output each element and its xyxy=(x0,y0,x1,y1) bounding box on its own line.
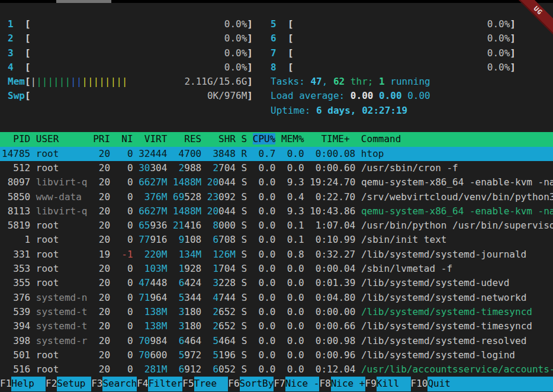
meter-bar: | xyxy=(122,76,128,87)
meter-label: 5 xyxy=(271,17,288,31)
window-top-strip xyxy=(0,0,553,3)
fnkey-f7[interactable]: F7Nice - xyxy=(274,377,319,391)
meter-value: 0.0% xyxy=(224,46,247,60)
text-segment: 228 S 0.0 0.0 0:01.39 xyxy=(218,277,361,288)
text-segment: 984 xyxy=(150,335,178,346)
text-segment: 916 xyxy=(150,234,178,245)
text-segment: -1 xyxy=(121,249,133,260)
text-segment: CPU% xyxy=(253,133,276,144)
fnkey-f10[interactable]: F10Quit xyxy=(411,377,553,391)
text-segment: 196 S 0.0 0.0 0:00.96 xyxy=(218,349,361,361)
fnkey-f8[interactable]: F8Nice + xyxy=(319,377,365,391)
meter-label: 6 xyxy=(271,31,288,46)
text-segment: 355 root 20 0 xyxy=(2,277,139,288)
function-key-bar: F1Help F2Setup F3SearchF4FilterF5Tree F6… xyxy=(0,377,553,391)
fnkey-name: F9 xyxy=(365,377,377,391)
meter-label: 8 xyxy=(271,60,288,75)
fnkey-name: F7 xyxy=(274,377,285,391)
fnkey-f9[interactable]: F9Kill xyxy=(365,377,411,391)
process-row-516[interactable]: 516 root 20 0 281M 6912 6052 S 0.0 0.0 0… xyxy=(0,362,553,377)
text-segment: 20 xyxy=(207,176,218,188)
text-segment: libvirt-q xyxy=(36,176,88,188)
meter-body: 0.0% xyxy=(31,31,247,46)
text-segment: 5 xyxy=(213,349,218,361)
text-segment: /lib/systemd/systemd-udevd xyxy=(361,277,509,288)
process-row-501[interactable]: 501 root 20 0 70600 5972 5196 S 0.0 0.0 … xyxy=(0,348,553,362)
meter-close-bracket: ] xyxy=(510,46,516,60)
text-segment: 044 S 0.0 9.3 19:24.70 xyxy=(218,176,361,188)
text-segment: /sbin/init text xyxy=(361,234,447,245)
meter-label: 1 xyxy=(8,17,25,31)
meter-bar: | xyxy=(116,76,122,87)
fnkey-f6[interactable]: F6SortBy xyxy=(228,377,274,391)
meter-bar: | xyxy=(53,76,59,87)
process-row-331[interactable]: 331 root 19 -1 220M 134M 126M S 0.0 0.8 … xyxy=(0,248,553,262)
text-segment: libvirt-q xyxy=(36,205,88,217)
cpu-meter-3: 3[0.0%] xyxy=(8,46,253,60)
text-segment: 14785 root 20 0 32444 4700 3848 R 0.7 0.… xyxy=(2,148,384,159)
process-row-539[interactable]: 539 systemd-t 20 0 138M 3180 2652 S 0.0 … xyxy=(0,305,553,319)
process-row-512[interactable]: 512 root 20 0 30304 2988 2704 S 0.0 0.0 … xyxy=(0,161,553,175)
meter-bar: | xyxy=(31,76,37,87)
meter-open-bracket: [ xyxy=(25,60,31,75)
fnkey-f3[interactable]: F3Search xyxy=(91,377,137,391)
process-row-355[interactable]: 355 root 20 0 47448 6424 3228 S 0.0 0.0 … xyxy=(0,276,553,290)
text-segment: 47 xyxy=(310,76,321,87)
process-row-5819[interactable]: 5819 root 20 0 65936 21416 8000 S 0.0 0.… xyxy=(0,219,553,233)
meter-close-bracket: ] xyxy=(510,60,516,75)
text-segment xyxy=(167,306,178,317)
text-segment: thr; xyxy=(345,76,379,87)
process-row-8113[interactable]: 8113 libvirt-q 20 0 6627M 1488M 20044 S … xyxy=(0,204,553,219)
text-segment: , xyxy=(322,76,333,87)
htop-terminal-screen: { "colors": { "background": "#1e1e1e", "… xyxy=(0,0,553,392)
debug-ribbon-text: UG xyxy=(532,5,544,17)
fnkey-f1[interactable]: F1Help xyxy=(0,377,46,391)
process-row-394[interactable]: 394 systemd-t 20 0 138M 3180 2652 S 0.0 … xyxy=(0,319,553,333)
meter-bars: ||||||||||||||||| xyxy=(31,75,128,89)
cpu-meter-7: 7[0.0%] xyxy=(271,46,516,60)
text-segment: MEM% TIME+ Command xyxy=(275,133,401,144)
text-segment: 6 xyxy=(179,335,185,346)
text-segment: /lib/systemd/systemd-networkd xyxy=(361,292,526,303)
meter-open-bracket: [ xyxy=(288,31,294,46)
text-segment: 9 xyxy=(179,234,185,245)
text-segment: running xyxy=(385,76,430,87)
text-segment: PID USER PRI NI VIRT RES SHR S xyxy=(2,133,253,144)
text-segment: /lib/systemd/systemd-journald xyxy=(361,249,526,260)
text-segment: 344 xyxy=(184,292,213,303)
meter-body: 0.0% xyxy=(294,46,510,60)
text-segment: 1488M xyxy=(173,176,201,188)
text-segment: 0.00 xyxy=(379,90,407,101)
text-segment: /usr/bin/python /usr/bin/superviso xyxy=(361,220,553,231)
text-segment: 20 xyxy=(207,205,218,217)
text-segment: 000 S 0.0 0.1 1:07.04 xyxy=(218,220,361,231)
text-segment: 464 xyxy=(184,335,213,346)
text-segment: 65 xyxy=(139,220,150,231)
fnkey-f4[interactable]: F4Filter xyxy=(137,377,182,391)
fnkey-name: F3 xyxy=(91,377,102,391)
process-row-353[interactable]: 353 root 20 0 103M 1928 1704 S 0.0 0.0 0… xyxy=(0,262,553,276)
meter-open-bracket: [ xyxy=(288,60,294,75)
text-segment: 928 xyxy=(184,263,213,274)
text-segment: /usr/sbin/cron -f xyxy=(361,162,458,173)
process-row-376[interactable]: 376 systemd-n 20 0 71964 5344 4744 S 0.0… xyxy=(0,291,553,305)
fnkey-f2[interactable]: F2Setup xyxy=(46,377,91,391)
process-row-14785[interactable]: 14785 root 20 0 32444 4700 3848 R 0.7 0.… xyxy=(0,147,553,161)
text-segment: 0.00 xyxy=(351,90,379,101)
text-segment: 1488M xyxy=(173,205,201,217)
fnkey-label: Quit xyxy=(427,377,553,391)
text-segment: 20 0 xyxy=(82,191,144,203)
text-segment: 988 xyxy=(184,162,213,173)
text-segment: 281M xyxy=(144,364,168,375)
text-segment: qemu-system-x86_64 -enable-kvm -na xyxy=(361,205,553,217)
process-row-8097[interactable]: 8097 libvirt-q 20 0 6627M 1488M 20044 S … xyxy=(0,175,553,189)
process-row-1[interactable]: 1 root 20 0 77916 9108 6708 S 0.0 0.1 0:… xyxy=(0,233,553,247)
text-segment: 8113 xyxy=(2,205,36,217)
table-header-row[interactable]: PID USER PRI NI VIRT RES SHR S CPU% MEM%… xyxy=(0,132,553,146)
fnkey-f5[interactable]: F5Tree xyxy=(182,377,228,391)
meter-bar: | xyxy=(65,76,70,87)
text-segment: 8 xyxy=(213,220,218,231)
text-segment: 8097 xyxy=(2,176,36,188)
process-row-5850[interactable]: 5850 www-data 20 0 376M 69528 23092 S 0.… xyxy=(0,190,553,204)
process-row-398[interactable]: 398 systemd-r 20 0 70984 6464 5464 S 0.0… xyxy=(0,334,553,348)
